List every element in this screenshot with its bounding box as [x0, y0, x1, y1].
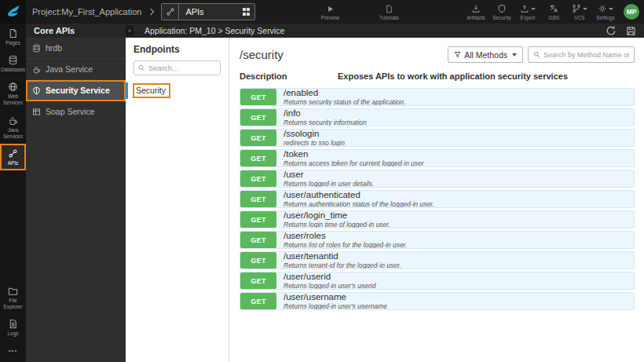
user-avatar[interactable]: MP — [624, 4, 639, 20]
endpoint-path: /user/login_time — [284, 210, 390, 221]
tutorials-doc-icon — [385, 3, 393, 14]
endpoint-description: Returns security information — [284, 119, 367, 126]
service-item-hrdb[interactable]: hrdb — [26, 38, 126, 59]
sidebar-spacer — [0, 170, 26, 281]
export-button[interactable]: Export — [516, 3, 540, 20]
endpoint-row[interactable]: GET /user/tenantid Returns tenant-id for… — [240, 251, 635, 269]
i18n-label: I18N — [548, 15, 559, 20]
tutorials-label: Tutorials — [379, 15, 399, 20]
sidebar-item-label: Web Services — [0, 93, 26, 106]
get-method-badge: GET — [240, 109, 276, 126]
endpoint-description: Returns tenant-id for the logged-in user… — [284, 261, 401, 269]
sidebar-item-pages[interactable]: Pages — [0, 24, 26, 50]
collapse-panel-button[interactable]: ‹ — [126, 25, 134, 36]
sidebar-item-label: Pages — [5, 40, 20, 46]
description-text: Exposes APIs to work with application se… — [338, 71, 568, 81]
topbar-center: Preview Tutorials — [318, 3, 401, 20]
tab-apis-label: APIs — [185, 7, 243, 16]
endpoint-description: Returns security status of the applicati… — [284, 98, 405, 106]
get-method-badge: GET — [240, 293, 276, 309]
database-icon — [32, 44, 41, 53]
endpoint-row[interactable]: GET /user/authenticated Returns authenti… — [240, 190, 635, 208]
endpoint-description: Returns logged-in user details. — [284, 180, 374, 188]
endpoint-description: Returns logged-in user's userid — [284, 282, 375, 290]
service-item-label: Security Service — [46, 86, 110, 95]
service-item-security-service[interactable]: Security Service — [26, 80, 126, 101]
filter-funnel-icon — [454, 51, 461, 58]
security-shield-icon — [497, 3, 507, 14]
chevron-down-icon — [531, 8, 536, 10]
wavemaker-logo[interactable] — [0, 0, 26, 24]
pages-icon — [8, 28, 18, 38]
endpoint-row[interactable]: GET /user/roles Returns list of roles fo… — [240, 231, 635, 249]
export-upload-icon — [520, 4, 529, 13]
settings-button[interactable]: Settings — [594, 3, 617, 20]
project-name[interactable]: Project:My_First_Application — [32, 7, 141, 16]
method-search-box[interactable] — [528, 46, 635, 63]
endpoint-path: /ssologin — [284, 129, 345, 139]
save-icon[interactable] — [626, 26, 636, 36]
sidebar-more-button[interactable]: ••• — [0, 341, 26, 362]
i18n-translate-icon — [549, 3, 558, 14]
sidebar-item-label: Databases — [1, 67, 25, 73]
service-path-title: /security — [240, 48, 284, 61]
artifacts-label: Artifacts — [467, 15, 485, 20]
endpoint-description: Returns login time of logged-in user. — [284, 221, 390, 229]
tutorials-button[interactable]: Tutorials — [377, 3, 401, 20]
endpoint-description: Returns list of roles for the logged-in … — [284, 241, 407, 249]
artifacts-button[interactable]: Artifacts — [464, 3, 488, 20]
security-button[interactable]: Security — [490, 3, 514, 20]
topbar-right: Artifacts Security — [464, 3, 644, 20]
preview-label: Preview — [321, 15, 339, 20]
sidebar-item-java-services[interactable]: Java Services — [0, 111, 26, 144]
preview-button[interactable]: Preview — [318, 3, 342, 20]
sidebar-item-file-explorer[interactable]: File Explorer — [0, 281, 26, 314]
endpoint-description: Returns logged-in user's username — [284, 302, 387, 310]
folder-icon — [8, 286, 18, 296]
endpoints-search-input[interactable] — [148, 64, 216, 72]
endpoint-row[interactable]: GET /ssologin redirects to sso login — [240, 129, 635, 147]
sidebar-item-databases[interactable]: Databases — [0, 50, 26, 77]
endpoint-row[interactable]: GET /info Returns security information — [240, 108, 635, 126]
get-method-badge: GET — [240, 170, 276, 187]
vcs-button[interactable]: VCS — [568, 3, 591, 20]
topbar: Project:My_First_Application APIs Previe… — [0, 0, 644, 24]
endpoint-item-label: Security — [133, 83, 170, 98]
endpoint-row[interactable]: GET /user/username Returns logged-in use… — [240, 292, 635, 310]
endpoint-list: GET /enabled Returns security status of … — [229, 88, 644, 313]
endpoint-row[interactable]: GET /user/login_time Returns login time … — [240, 210, 635, 229]
i18n-button[interactable]: I18N — [542, 3, 565, 20]
logs-icon — [8, 319, 18, 329]
get-method-badge: GET — [240, 150, 276, 166]
endpoint-row[interactable]: GET /user/userid Returns logged-in user'… — [240, 272, 635, 290]
tab-apis[interactable]: APIs — [161, 3, 255, 20]
sidebar-item-web-services[interactable]: Web Services — [0, 77, 26, 110]
icon-sidebar: Pages Databases Web Serv — [0, 24, 26, 362]
service-item-label: hrdb — [46, 43, 62, 53]
endpoint-item-security[interactable]: Security — [126, 82, 229, 99]
sidebar-item-logs[interactable]: Logs — [0, 314, 26, 341]
methods-filter-dropdown[interactable]: All Methods — [448, 46, 523, 63]
method-search-input[interactable] — [543, 51, 629, 59]
app-window: Project:My_First_Application APIs Previe… — [0, 0, 644, 362]
endpoints-search[interactable] — [134, 60, 221, 75]
endpoint-row[interactable]: GET /token Returns access token for curr… — [240, 149, 635, 167]
service-item-java-service[interactable]: Java Service — [26, 59, 126, 80]
endpoint-path: /user/tenantid — [284, 251, 401, 261]
get-method-badge: GET — [240, 252, 276, 269]
endpoint-path: /token — [284, 149, 424, 159]
sidebar-item-apis[interactable]: APIs — [0, 144, 26, 170]
endpoint-row[interactable]: GET /enabled Returns security status of … — [240, 88, 635, 106]
shield-icon — [32, 86, 41, 95]
service-item-label: Soap Service — [46, 107, 94, 116]
refresh-icon[interactable] — [606, 25, 617, 36]
get-method-badge: GET — [240, 272, 276, 289]
endpoint-row[interactable]: GET /user Returns logged-in user details… — [240, 170, 635, 188]
grid-view-icon[interactable] — [243, 8, 251, 16]
endpoint-path: /user/roles — [284, 231, 407, 241]
sidebar-item-label: APIs — [8, 160, 19, 166]
endpoint-description: Returns access token for current logged … — [284, 159, 424, 167]
export-label: Export — [521, 15, 536, 20]
service-item-soap-service[interactable]: Soap Service — [26, 101, 126, 122]
chevron-down-icon — [609, 8, 613, 10]
